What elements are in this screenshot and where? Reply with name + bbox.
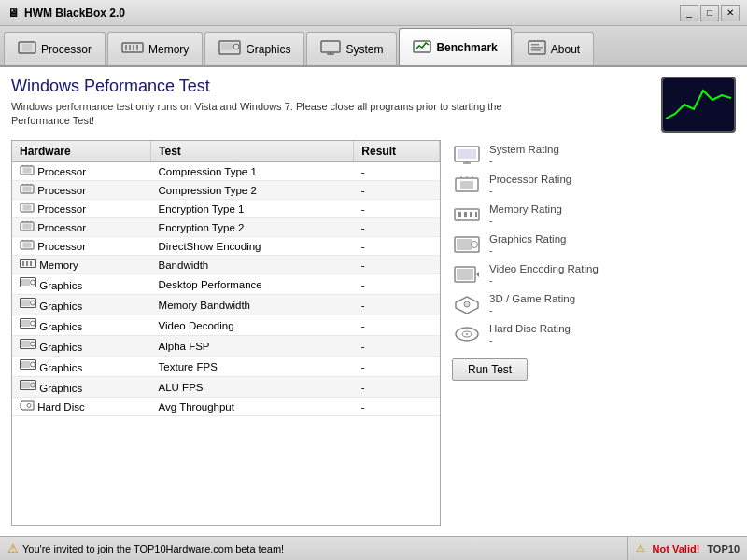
status-left: ⚠ You're invited to join the TOP10Hardwa… [7,541,620,555]
hardware-label: Graphics [39,383,82,394]
tab-system[interactable]: System [306,32,397,65]
benchmark-table-container: Hardware Test Result Processor Compressi… [11,140,441,526]
main-split: Hardware Test Result Processor Compressi… [11,140,736,526]
svg-rect-4 [22,44,32,51]
video-encoding-rating-text: Video Encoding Rating - [489,263,599,286]
video-encoding-rating-value: - [489,274,599,286]
hardware-label: Processor [37,166,86,177]
maximize-button[interactable]: □ [700,5,719,21]
system-rating-text: System Rating - [489,144,559,166]
cell-hardware: Graphics [12,274,151,295]
cell-hardware: Graphics [12,295,151,315]
table-row: Graphics Memory Bandwidth - [12,295,440,315]
table-row: Memory Bandwidth - [12,256,440,274]
svg-rect-18 [531,44,539,46]
hardware-icon [20,401,35,413]
memory-rating-icon [452,203,482,226]
table-row: Processor DirectShow Encoding - [12,237,440,256]
cell-hardware: Processor [12,218,151,237]
tab-about[interactable]: About [514,32,594,65]
tab-memory[interactable]: Memory [107,32,203,65]
hardware-icon [20,203,35,215]
status-right: ⚠ Not Valid! TOP10 [636,542,740,554]
svg-point-65 [472,242,478,248]
memory-rating-value: - [489,215,562,226]
cell-hardware: Hard Disc [12,398,151,416]
content-area: Windows Peformance Test Windows performa… [0,67,747,536]
ratings-panel: System Rating - Processor Rating - Memor… [450,140,736,526]
tab-processor[interactable]: Processor [4,32,106,65]
tab-benchmark[interactable]: Benchmark [399,28,511,65]
system-rating-icon [452,144,482,166]
cell-hardware: Graphics [12,357,151,377]
title-bar: 🖥 HWM BlackBox 2.0 _ □ ✕ [0,0,747,26]
hard-disc-rating-label: Hard Disc Rating [489,323,571,334]
status-warning-icon: ⚠ [7,541,19,555]
run-test-button[interactable]: Run Test [452,358,528,381]
processor-tab-label: Processor [41,43,92,56]
cell-hardware: Graphics [12,336,151,357]
hardware-icon [20,185,35,196]
content-header-text: Windows Peformance Test Windows performa… [11,77,553,129]
cell-test: Desktop Performance [151,274,354,295]
svg-rect-46 [21,382,30,388]
benchmark-tab-label: Benchmark [436,41,497,54]
benchmark-tab-icon [413,38,431,56]
status-message: You're invited to join the TOP10Hardware… [22,543,284,554]
status-divider [627,537,628,560]
cell-test: Avg Throughput [151,398,354,416]
hardware-icon [20,321,36,332]
not-valid-label: Not Valid! [653,543,700,554]
close-button[interactable]: ✕ [721,5,740,21]
svg-rect-9 [136,45,138,50]
not-valid-warning-icon: ⚠ [636,542,645,554]
svg-rect-24 [23,224,32,230]
svg-rect-50 [458,149,476,159]
col-hardware: Hardware [12,141,151,162]
3d-game-rating-value: - [489,304,575,315]
cell-result: - [354,256,440,274]
minimize-button[interactable]: _ [680,5,698,21]
3d-game-rating-label: 3D / Game Rating [489,293,575,304]
cell-result: - [354,274,440,295]
table-row: Processor Encryption Type 2 - [12,218,440,237]
hardware-label: Graphics [39,362,82,373]
hardware-label: Graphics [39,280,82,291]
svg-rect-29 [30,261,32,266]
cell-test: Bandwidth [151,256,354,274]
hardware-label: Processor [37,222,86,233]
cell-result: - [354,295,440,315]
svg-rect-60 [464,212,467,217]
svg-rect-7 [129,45,131,50]
svg-rect-61 [470,212,472,217]
table-row: Hard Disc Avg Throughput - [12,398,440,416]
hardware-icon [20,301,36,312]
about-tab-label: About [551,43,580,56]
cell-result: - [354,357,440,377]
hardware-label: Processor [37,241,86,252]
hardware-label: Processor [37,185,86,196]
rating-graphics: Graphics Rating - [452,231,734,258]
graphics-rating-value: - [489,245,566,256]
cell-result: - [354,377,440,398]
hardware-icon [20,342,36,353]
system-rating-value: - [489,155,559,166]
svg-rect-25 [23,243,32,248]
cell-result: - [354,162,440,181]
about-tab-icon [528,40,546,58]
tab-graphics[interactable]: Graphics [204,32,304,65]
cell-test: DirectShow Encoding [151,237,354,256]
processor-tab-icon [18,41,36,57]
cell-result: - [354,218,440,237]
cell-hardware: Processor [12,181,151,200]
processor-rating-icon [452,174,482,196]
svg-point-41 [31,342,35,346]
hardware-icon [20,383,36,394]
cell-hardware: Processor [12,200,151,218]
graphics-rating-text: Graphics Rating - [489,233,566,256]
cell-test: Alpha FSP [151,336,354,357]
svg-rect-54 [460,181,473,189]
hard-disc-rating-text: Hard Disc Rating - [489,323,571,345]
svg-point-48 [27,404,31,408]
cell-result: - [354,200,440,218]
